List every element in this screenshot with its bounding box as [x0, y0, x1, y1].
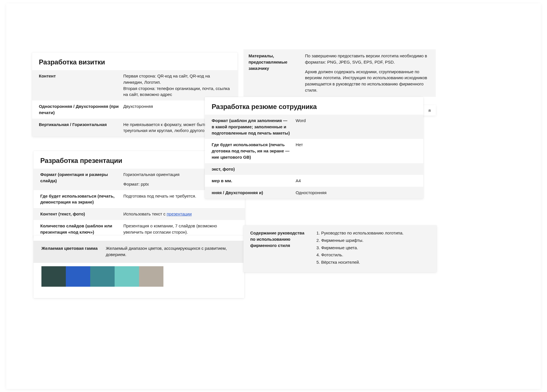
table-row: нняя / Двухсторонняя и) Односторонняя	[205, 187, 423, 199]
row-value: Односторонняя	[296, 190, 416, 196]
color-swatch	[41, 266, 66, 287]
swatch-strip	[41, 266, 244, 287]
row-label: Формат (шаблон для заполнения — в какой …	[212, 118, 296, 136]
card-title: Разработка визитки	[32, 53, 237, 70]
table-row: Материалы, предоставляемые заказчику По …	[243, 49, 436, 97]
row-label: Контент	[39, 73, 123, 98]
color-swatch	[90, 266, 115, 287]
row-value: А4	[296, 178, 416, 184]
row-value: Нет	[296, 142, 416, 160]
color-swatch	[115, 266, 139, 287]
color-swatch	[66, 266, 90, 287]
table-row: Где будет использоваться (печать дготовк…	[205, 139, 423, 163]
row-label: Где будет использоваться (печать, демонс…	[40, 193, 123, 206]
row-label: экст, фото)	[212, 166, 296, 172]
list-item: Вёрстка носителей.	[321, 259, 430, 265]
row-label: Односторонняя / Двухсторонняя (при печат…	[39, 103, 123, 116]
card-materials: Материалы, предоставляемые заказчику По …	[243, 49, 436, 97]
row-value: По завершению предоставить версии логоти…	[305, 53, 431, 93]
table-row: Количество слайдов (шаблон или презентац…	[33, 220, 245, 238]
row-label: Контент (текст, фото)	[40, 211, 123, 217]
row-value: Руководство по использованию логотипа. Ф…	[315, 230, 430, 267]
table-row: Желаемая цветовая гамма Желаемый диапазо…	[33, 241, 244, 263]
row-value: Желаемый диапазон цветов, ассоциирующихс…	[106, 245, 236, 258]
row-value: Презентация о компании, 7 слайдов (возмо…	[123, 223, 238, 235]
list-item: Фирменные цвета.	[321, 245, 430, 251]
table-row: Формат (шаблон для заполнения — в какой …	[205, 115, 423, 139]
color-swatch	[139, 266, 163, 287]
table-row: экст, фото)	[205, 163, 423, 175]
table-row: Контент Первая сторона: QR-код на сайт, …	[32, 70, 237, 100]
row-label: Материалы, предоставляемые заказчику	[249, 53, 305, 93]
row-label: Количество слайдов (шаблон или презентац…	[40, 223, 123, 235]
row-value: Word	[296, 118, 416, 136]
row-label: Где будет использоваться (печать дготовк…	[212, 142, 296, 160]
row-value: Первая сторона: QR-код на сайт, QR-код н…	[123, 73, 231, 98]
row-value	[296, 166, 416, 172]
list-item: Руководство по использованию логотипа.	[321, 230, 430, 236]
row-label: Формат (ориентация и размеры слайда)	[40, 171, 123, 187]
row-label: Вертикальная / Горизонтальная	[39, 121, 123, 134]
presentation-link[interactable]: презентации	[167, 211, 192, 216]
table-row: Содержание руководства по использованию …	[243, 225, 437, 272]
list-item: Фотостиль.	[321, 252, 430, 258]
card-style-guide: Содержание руководства по использованию …	[243, 225, 437, 272]
card-title: Разработка резюме сотрудника	[205, 97, 423, 115]
row-label: мер в мм.	[212, 178, 296, 184]
table-row: Контент (текст, фото) Использовать текст…	[33, 208, 245, 220]
table-row: мер в мм. А4	[205, 175, 423, 187]
guide-list: Руководство по использованию логотипа. Ф…	[315, 230, 430, 265]
row-label: нняя / Двухсторонняя и)	[212, 190, 296, 196]
list-item: Фирменные шрифты.	[321, 237, 430, 244]
row-value: Использовать текст с презентации	[123, 211, 238, 217]
card-color-palette: Желаемая цветовая гамма Желаемый диапазо…	[33, 236, 244, 298]
row-label: Содержание руководства по использованию …	[250, 230, 315, 267]
card-resume: Разработка резюме сотрудника Формат (шаб…	[205, 97, 423, 199]
row-label: Желаемая цветовая гамма	[41, 245, 106, 258]
